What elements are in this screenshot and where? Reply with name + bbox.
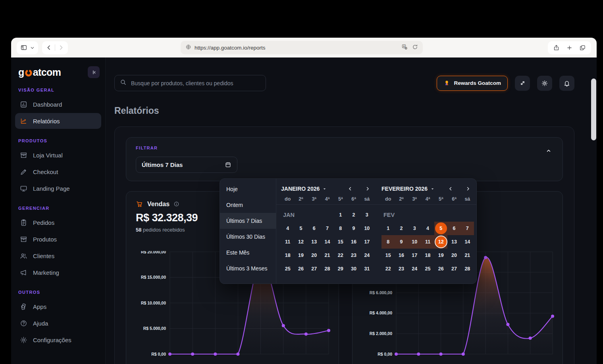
search-input[interactable]	[131, 80, 260, 86]
sidebar-item-marketing[interactable]: Marketing	[15, 264, 101, 280]
day-cell[interactable]: 26	[434, 262, 447, 276]
share-icon[interactable]	[553, 44, 560, 51]
daterange-input[interactable]: Últimos 7 Dias	[136, 157, 237, 173]
day-cell[interactable]: 1	[381, 222, 395, 235]
day-cell[interactable]: 23	[395, 262, 408, 276]
reload-icon[interactable]	[412, 44, 418, 52]
day-cell[interactable]: 26	[294, 262, 307, 276]
day-cell[interactable]: 28	[321, 262, 334, 276]
day-cell[interactable]: 23	[347, 249, 360, 262]
day-cell[interactable]: 1	[334, 208, 347, 222]
prev-month-icon[interactable]	[347, 186, 353, 192]
day-cell[interactable]: 25	[421, 262, 434, 276]
sidebar-item-checkout[interactable]: Checkout	[15, 164, 101, 180]
month-title[interactable]: FEVEREIRO 2026	[381, 186, 428, 192]
search-box[interactable]	[114, 75, 266, 91]
day-cell[interactable]: 16	[347, 235, 360, 249]
day-cell[interactable]: 22	[381, 262, 395, 276]
sidebar-item-landing-page[interactable]: Landing Page	[15, 180, 101, 196]
day-cell[interactable]: 17	[360, 235, 374, 249]
day-cell[interactable]: 15	[381, 249, 395, 262]
month-title[interactable]: JANEIRO 2026	[281, 186, 320, 192]
day-cell[interactable]: 19	[434, 249, 447, 262]
day-cell[interactable]: 4	[281, 222, 294, 235]
sidebar-item-pedidos[interactable]: Pedidos	[15, 215, 101, 230]
sidebar-item-loja-virtual[interactable]: Loja Virtual	[15, 147, 101, 163]
day-cell[interactable]: 3	[408, 222, 421, 235]
day-cell[interactable]: 5	[434, 222, 447, 235]
day-cell[interactable]: 15	[334, 235, 347, 249]
day-cell[interactable]: 27	[308, 262, 321, 276]
menu-item-ontem[interactable]: Ontem	[220, 197, 276, 213]
day-cell[interactable]: 12	[434, 235, 447, 249]
sidebar-item-relatórios[interactable]: Relatórios	[15, 113, 101, 129]
day-cell[interactable]: 30	[347, 262, 360, 276]
day-cell[interactable]: 25	[281, 262, 294, 276]
translate-icon[interactable]: Aa	[401, 44, 408, 52]
menu-item-hoje[interactable]: Hoje	[220, 181, 276, 197]
menu-item-últimos-30-dias[interactable]: Últimos 30 Dias	[220, 229, 276, 245]
day-cell[interactable]: 13	[447, 235, 460, 249]
day-cell[interactable]: 21	[321, 249, 334, 262]
day-cell[interactable]: 31	[360, 262, 374, 276]
day-cell[interactable]: 20	[308, 249, 321, 262]
sidebar-collapse-button[interactable]	[88, 66, 100, 78]
day-cell[interactable]: 6	[308, 222, 321, 235]
day-cell[interactable]: 28	[461, 262, 474, 276]
info-icon[interactable]	[173, 201, 179, 207]
day-cell[interactable]: 9	[347, 222, 360, 235]
day-cell[interactable]: 11	[281, 235, 294, 249]
day-cell[interactable]: 8	[334, 222, 347, 235]
day-cell[interactable]: 2	[347, 208, 360, 222]
day-cell[interactable]: 22	[334, 249, 347, 262]
sidebar-item-configurações[interactable]: Configurações	[15, 332, 101, 348]
rewards-button[interactable]: Rewards Goatcom	[437, 76, 508, 91]
scrollbar-thumb[interactable]	[591, 79, 596, 140]
theme-button[interactable]	[537, 76, 552, 91]
day-cell[interactable]: 5	[294, 222, 307, 235]
day-cell[interactable]: 27	[447, 262, 460, 276]
menu-item-últimos-7-dias[interactable]: Últimos 7 Dias	[220, 213, 276, 229]
sidebar-item-ajuda[interactable]: Ajuda	[15, 315, 101, 331]
day-cell[interactable]: 6	[447, 222, 460, 235]
prev-month-icon[interactable]	[448, 186, 453, 192]
sidebar-item-produtos[interactable]: Produtos	[15, 231, 101, 247]
menu-item-este-mês[interactable]: Este Mês	[220, 245, 276, 261]
day-cell[interactable]: 29	[334, 262, 347, 276]
sidebar-item-clientes[interactable]: Clientes	[15, 248, 101, 264]
caret-down-icon[interactable]	[322, 187, 327, 191]
next-month-icon[interactable]	[465, 186, 471, 192]
collapse-filter-button[interactable]	[545, 147, 552, 156]
url-bar[interactable]: https://app.goatcom.io/reports Aa	[181, 41, 423, 54]
day-cell[interactable]: 16	[395, 249, 408, 262]
day-cell[interactable]: 3	[360, 208, 374, 222]
day-cell[interactable]: 7	[321, 222, 334, 235]
day-cell[interactable]: 21	[461, 249, 474, 262]
day-cell[interactable]: 24	[408, 262, 421, 276]
day-cell[interactable]: 20	[447, 249, 460, 262]
new-tab-icon[interactable]	[566, 44, 573, 51]
day-cell[interactable]: 2	[395, 222, 408, 235]
day-cell[interactable]: 11	[421, 235, 434, 249]
day-cell[interactable]: 18	[421, 249, 434, 262]
next-month-icon[interactable]	[365, 186, 370, 192]
day-cell[interactable]: 13	[308, 235, 321, 249]
day-cell[interactable]: 14	[321, 235, 334, 249]
caret-down-icon[interactable]	[430, 187, 435, 191]
day-cell[interactable]: 14	[461, 235, 474, 249]
day-cell[interactable]: 8	[381, 235, 395, 249]
sidebar-item-dashboard[interactable]: Dashboard	[15, 96, 101, 112]
sidebar-toggle-button[interactable]	[17, 41, 38, 54]
sidebar-item-apps[interactable]: Apps	[15, 299, 101, 314]
day-cell[interactable]: 7	[461, 222, 474, 235]
day-cell[interactable]: 12	[294, 235, 307, 249]
day-cell[interactable]: 10	[408, 235, 421, 249]
day-cell[interactable]: 19	[294, 249, 307, 262]
menu-item-últimos-3-meses[interactable]: Últimos 3 Meses	[220, 261, 276, 276]
chevron-down-icon[interactable]	[30, 46, 35, 50]
expand-button[interactable]	[515, 76, 530, 91]
day-cell[interactable]: 18	[281, 249, 294, 262]
day-cell[interactable]: 10	[360, 222, 374, 235]
back-icon[interactable]	[46, 44, 52, 51]
notifications-button[interactable]	[559, 76, 574, 91]
